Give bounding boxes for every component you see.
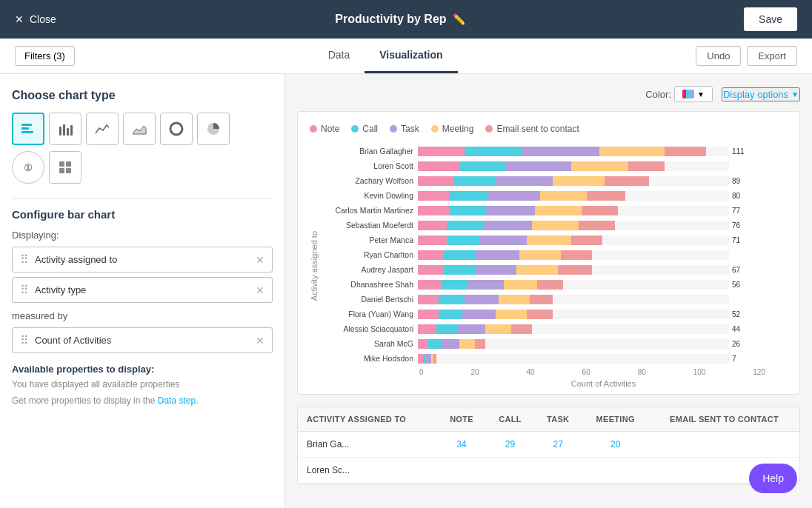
- svg-rect-4: [63, 124, 65, 136]
- bar-segment: [496, 310, 527, 319]
- chart-type-grid[interactable]: [49, 151, 81, 184]
- bar-label: Daniel Bertschi: [322, 295, 418, 304]
- display-options-button[interactable]: Display options ▼: [722, 87, 800, 101]
- close-button[interactable]: ✕ Close: [15, 13, 56, 25]
- bar-segments: [418, 280, 729, 290]
- bar-segment: [485, 324, 511, 334]
- svg-point-8: [173, 126, 179, 132]
- bar-segment: [442, 339, 460, 349]
- th-note: NOTE: [437, 407, 486, 432]
- bar-row: Mike Hodsdon7: [322, 352, 788, 365]
- bar-segments: [418, 206, 729, 215]
- bar-segment: [504, 280, 538, 290]
- bar-total-value: 26: [732, 340, 740, 348]
- bar-label: Loren Scott: [322, 161, 418, 170]
- save-button[interactable]: Save: [744, 7, 797, 31]
- chart-type-row-1: [12, 113, 273, 145]
- title-text: Productivity by Rep: [335, 13, 446, 26]
- cell-note: [437, 458, 486, 484]
- remove-count-button[interactable]: ✕: [256, 335, 264, 347]
- bar-row: Brian Gallagher111: [322, 144, 788, 158]
- bar-segments: [418, 161, 729, 171]
- bar-segment: [449, 206, 485, 215]
- bar-segments: [418, 295, 729, 304]
- export-button[interactable]: Export: [747, 46, 797, 66]
- undo-button[interactable]: Undo: [696, 46, 741, 66]
- chart-type-area[interactable]: [123, 113, 156, 145]
- color-button[interactable]: ▼: [674, 86, 713, 102]
- bar-segment: [665, 147, 706, 156]
- bar-label: Zachary Wolfson: [322, 176, 418, 185]
- tab-data[interactable]: Data: [313, 39, 365, 73]
- chart-type-pie[interactable]: [197, 113, 230, 145]
- edit-icon[interactable]: ✏️: [453, 13, 465, 25]
- bar-segment: [418, 191, 449, 201]
- filters-button[interactable]: Filters (3): [15, 46, 75, 66]
- bar-segments: [418, 339, 729, 349]
- chart-header: Color: ▼ Display options ▼: [297, 86, 800, 102]
- svg-rect-11: [66, 161, 71, 167]
- bar-total-value: 67: [732, 266, 740, 274]
- bar-segment: [459, 161, 506, 171]
- remove-assigned-button[interactable]: ✕: [256, 254, 264, 266]
- bar-segment: [582, 206, 618, 215]
- cell-name: Brian Ga...: [298, 432, 437, 458]
- sidebar: Choose chart type: [0, 74, 285, 508]
- bar-segment: [444, 265, 475, 275]
- chart-type-donut[interactable]: [160, 113, 193, 145]
- bar-segment: [475, 339, 485, 349]
- legend-dot-email: [485, 125, 493, 133]
- bar-segment: [418, 176, 454, 186]
- bar-row: Flora (Yuan) Wang52: [322, 307, 788, 321]
- bar-segments: [418, 250, 729, 260]
- svg-rect-6: [70, 125, 73, 136]
- bar-segment: [418, 280, 442, 290]
- bar-segments: [418, 310, 729, 319]
- chart-type-bar-horizontal[interactable]: [12, 113, 44, 145]
- bar-segment: [537, 280, 563, 290]
- remove-type-button[interactable]: ✕: [256, 284, 264, 296]
- cell-note: 34: [437, 432, 486, 458]
- bar-segment: [444, 250, 475, 260]
- bar-segment: [475, 250, 519, 260]
- data-table-box: ACTIVITY ASSIGNED TO NOTE CALL TASK MEET…: [297, 407, 800, 484]
- bar-segment: [571, 235, 602, 245]
- svg-rect-1: [21, 127, 29, 130]
- tab-visualization[interactable]: Visualization: [365, 39, 457, 73]
- table-row: Loren Sc...: [298, 458, 799, 484]
- bar-row: Alessio Sciacquatori44: [322, 322, 788, 335]
- display-tag-assigned-label: Activity assigned to: [35, 254, 117, 265]
- chart-type-number[interactable]: ①: [12, 151, 44, 184]
- available-title: Available properties to display:: [12, 364, 273, 375]
- chart-type-bar-vertical[interactable]: [49, 113, 81, 145]
- data-step-link[interactable]: Data step.: [158, 395, 199, 406]
- content: Color: ▼ Display options ▼ Note: [285, 74, 812, 508]
- data-step-text: Get more properties to display in the Da…: [12, 395, 273, 406]
- cell-email: [649, 432, 799, 458]
- bar-segment: [418, 295, 439, 304]
- bar-segment: [605, 176, 649, 186]
- header: ✕ Close Productivity by Rep ✏️ Save: [0, 0, 812, 39]
- svg-rect-10: [59, 161, 64, 167]
- bar-row: Kevin Dowling80: [322, 189, 788, 202]
- bar-segment: [418, 354, 423, 364]
- help-button[interactable]: Help: [749, 464, 797, 493]
- chart-type-line[interactable]: [86, 113, 119, 145]
- available-info: You have displayed all available propert…: [12, 379, 273, 390]
- bar-segment: [527, 310, 553, 319]
- bar-segment: [579, 221, 615, 230]
- bar-label: Alessio Sciacquatori: [322, 324, 418, 333]
- bar-segment: [527, 235, 571, 245]
- bar-segment: [459, 339, 475, 349]
- bar-segments: [418, 265, 729, 275]
- bar-segment: [506, 161, 571, 171]
- bar-label: Dhanashree Shah: [322, 280, 418, 289]
- bar-segment: [418, 147, 465, 156]
- bar-segment: [457, 324, 486, 334]
- svg-rect-5: [67, 128, 69, 136]
- color-section: Color: ▼: [645, 86, 713, 102]
- chart-box: Note Call Task Meeting Email sent to con…: [297, 111, 800, 395]
- bar-segments: [418, 354, 729, 364]
- bar-total-value: 89: [732, 177, 740, 185]
- cell-task: [534, 458, 582, 484]
